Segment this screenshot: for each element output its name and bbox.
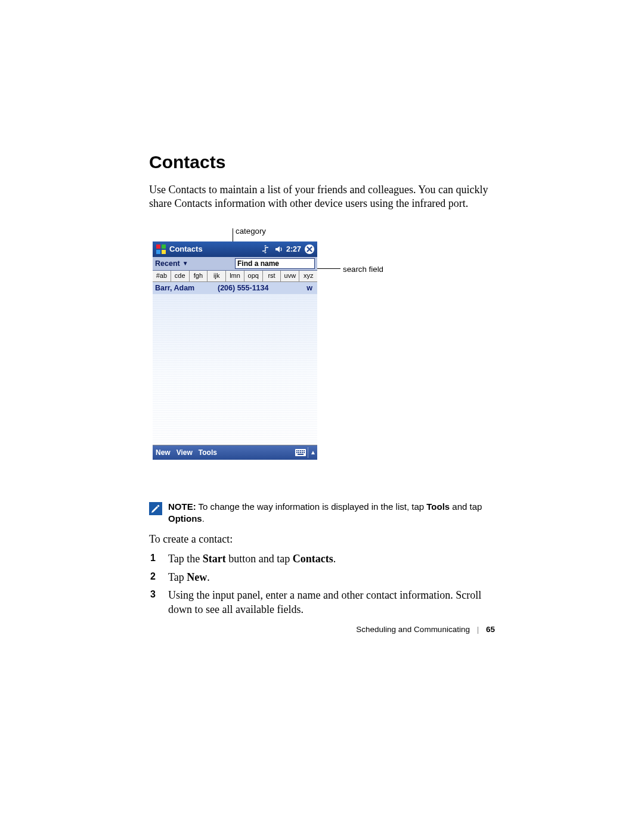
svg-rect-11 — [296, 452, 298, 453]
step-3: Using the input panel, enter a name and … — [166, 588, 495, 617]
instruction: To create a contact: — [149, 533, 495, 546]
svg-rect-17 — [157, 504, 159, 507]
menu-view[interactable]: View — [174, 448, 196, 457]
alpha-tab[interactable]: ijk — [208, 271, 226, 281]
speaker-icon[interactable] — [273, 243, 284, 255]
menu-tools[interactable]: Tools — [196, 448, 220, 457]
footer-separator: | — [477, 625, 479, 634]
alpha-tabs: #ab cde fgh ijk lmn opq rst uvw xyz — [153, 271, 317, 282]
svg-rect-7 — [298, 450, 299, 451]
note-icon — [149, 502, 162, 515]
svg-rect-9 — [302, 450, 303, 451]
note-text: NOTE: To change the way information is d… — [168, 501, 495, 525]
contact-indicator: w — [304, 284, 315, 292]
category-dropdown[interactable]: Recent ▼ — [153, 257, 233, 270]
note-block: NOTE: To change the way information is d… — [149, 501, 495, 525]
svg-rect-15 — [304, 452, 305, 453]
search-input[interactable]: Find a name — [235, 258, 315, 269]
page-number: 65 — [486, 625, 495, 634]
category-label: Recent — [155, 259, 180, 268]
alpha-tab[interactable]: opq — [244, 271, 263, 281]
sip-up-icon[interactable]: ▲ — [309, 449, 317, 456]
contact-name: Barr, Adam — [155, 284, 218, 292]
svg-rect-13 — [300, 452, 301, 453]
svg-rect-0 — [156, 244, 160, 249]
step-1: Tap the Start button and tap Contacts. — [166, 552, 495, 566]
section-heading: Contacts — [149, 152, 495, 172]
menu-new[interactable]: New — [153, 448, 174, 457]
alpha-tab[interactable]: lmn — [226, 271, 244, 281]
intro-paragraph: Use Contacts to maintain a list of your … — [149, 183, 495, 211]
alpha-tab[interactable]: #ab — [153, 271, 171, 281]
search-placeholder: Find a name — [237, 259, 279, 268]
svg-rect-6 — [296, 450, 298, 451]
alpha-tab[interactable]: rst — [263, 271, 281, 281]
connectivity-icon[interactable] — [259, 243, 271, 255]
svg-rect-12 — [298, 452, 299, 453]
step-2: Tap New. — [166, 570, 495, 584]
contact-list-body[interactable] — [153, 294, 317, 445]
callout-search-field: search field — [343, 265, 383, 274]
alpha-tab[interactable]: uvw — [281, 271, 299, 281]
menu-bar: New View Tools ▲ — [153, 445, 317, 460]
callout-category: category — [236, 227, 266, 236]
svg-rect-2 — [156, 250, 160, 254]
alpha-tab[interactable]: fgh — [190, 271, 208, 281]
footer-section: Scheduling and Communicating — [356, 625, 470, 634]
app-title: Contacts — [169, 244, 203, 253]
contact-phone: (206) 555-1134 — [218, 284, 304, 292]
clock-time[interactable]: 2:27 — [286, 245, 301, 253]
svg-rect-10 — [304, 450, 305, 451]
chevron-down-icon: ▼ — [182, 260, 188, 267]
steps-list: Tap the Start button and tap Contacts. T… — [149, 552, 495, 617]
svg-rect-1 — [162, 244, 166, 249]
pda-screenshot: Contacts 2:27 Recent — [153, 241, 317, 461]
page-footer: Scheduling and Communicating | 65 — [149, 625, 495, 634]
figure: category search field Contacts — [149, 227, 495, 477]
alpha-tab[interactable]: xyz — [299, 271, 317, 281]
filter-bar: Recent ▼ Find a name — [153, 257, 317, 271]
svg-rect-3 — [162, 250, 166, 254]
svg-rect-16 — [298, 454, 304, 455]
title-bar: Contacts 2:27 — [153, 241, 317, 257]
svg-rect-8 — [300, 450, 301, 451]
alpha-tab[interactable]: cde — [171, 271, 190, 281]
separator — [308, 447, 308, 458]
svg-rect-14 — [302, 452, 303, 453]
keyboard-icon[interactable] — [294, 449, 307, 456]
start-icon[interactable] — [154, 243, 168, 256]
contact-entry[interactable]: Barr, Adam (206) 555-1134 w — [153, 282, 317, 294]
close-icon[interactable] — [304, 243, 315, 255]
